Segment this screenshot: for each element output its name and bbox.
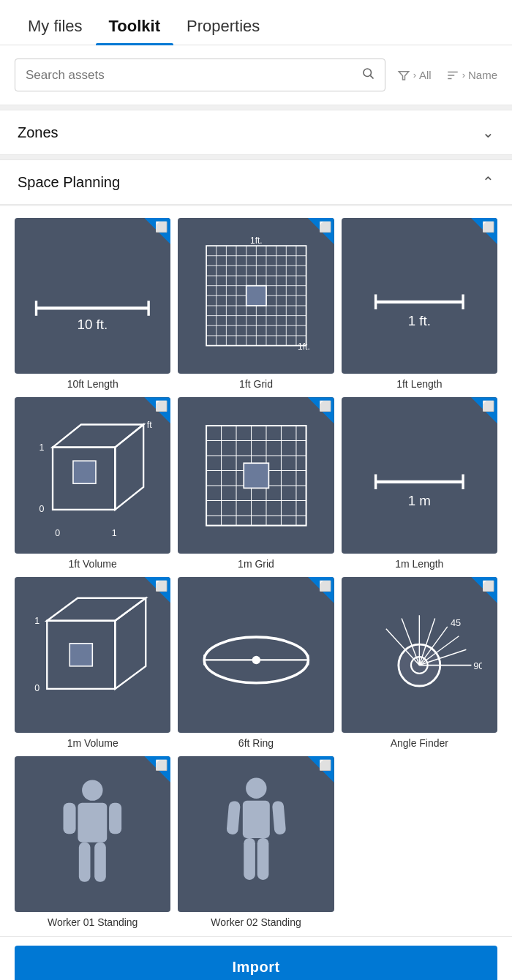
svg-rect-97 xyxy=(257,838,268,880)
asset-card-1m-grid[interactable]: ⬜ xyxy=(178,397,334,569)
cube-icon: ⬜ xyxy=(155,580,167,592)
filter-arrow: › xyxy=(413,69,416,80)
cube-icon: ⬜ xyxy=(155,400,167,412)
cube-icon: ⬜ xyxy=(482,400,494,412)
filter-group: › All › Name xyxy=(397,69,497,82)
asset-thumb-worker-01: ⬜ xyxy=(15,756,170,912)
svg-text:0: 0 xyxy=(39,504,45,514)
space-planning-title: Space Planning xyxy=(18,174,120,191)
svg-text:90: 90 xyxy=(473,660,481,671)
svg-rect-58 xyxy=(244,463,268,488)
svg-text:0: 0 xyxy=(55,527,60,538)
svg-rect-39 xyxy=(73,461,96,483)
svg-text:1ft.: 1ft. xyxy=(250,235,263,246)
asset-label-1ft-length: 1ft Length xyxy=(396,378,442,390)
svg-rect-91 xyxy=(95,843,107,882)
asset-label-6ft-ring: 6ft Ring xyxy=(238,737,274,749)
svg-rect-87 xyxy=(78,803,108,843)
svg-line-1 xyxy=(370,75,373,78)
asset-card-1ft-volume[interactable]: ⬜ 1 0 0 1 xyxy=(15,397,170,569)
svg-marker-38 xyxy=(116,424,144,509)
svg-rect-66 xyxy=(70,644,93,666)
tab-toolkit-label: Toolkit xyxy=(109,17,160,35)
import-bar: Import xyxy=(0,936,512,980)
asset-label-10ft-length: 10ft Length xyxy=(67,378,118,390)
tabs-bar: My files Toolkit Properties xyxy=(0,0,512,45)
svg-rect-89 xyxy=(109,803,121,834)
cube-icon: ⬜ xyxy=(319,400,331,412)
svg-point-92 xyxy=(246,778,266,799)
asset-label-worker-01: Worker 01 Standing xyxy=(48,916,138,928)
svg-text:1ft.: 1ft. xyxy=(298,342,310,352)
asset-card-1ft-length[interactable]: ⬜ 1 ft. 1ft Length xyxy=(342,218,497,390)
filter-button[interactable]: › All xyxy=(397,69,432,82)
svg-rect-95 xyxy=(271,801,286,835)
svg-point-71 xyxy=(252,656,260,664)
asset-card-1m-length[interactable]: ⬜ 1 m 1m Length xyxy=(342,397,497,569)
cube-icon: ⬜ xyxy=(155,759,167,771)
asset-card-10ft-length[interactable]: ⬜ 10 ft. 10ft Length xyxy=(15,218,170,390)
asset-label-1m-volume: 1m Volume xyxy=(67,737,118,749)
svg-point-0 xyxy=(364,69,372,77)
search-section: › All › Name xyxy=(0,45,512,105)
cube-icon: ⬜ xyxy=(319,759,331,771)
svg-rect-90 xyxy=(79,843,91,882)
cube-icon: ⬜ xyxy=(155,221,167,233)
tab-my-files[interactable]: My files xyxy=(15,17,96,45)
sort-arrow: › xyxy=(462,69,465,80)
zones-title: Zones xyxy=(18,124,59,141)
tab-properties[interactable]: Properties xyxy=(173,17,273,45)
cube-icon: ⬜ xyxy=(319,221,331,233)
asset-thumb-1ft-grid: ⬜ xyxy=(178,218,334,374)
svg-marker-65 xyxy=(116,598,146,689)
asset-card-1ft-grid[interactable]: ⬜ xyxy=(178,218,334,390)
svg-text:1: 1 xyxy=(35,616,40,626)
svg-text:ft: ft xyxy=(147,420,152,430)
asset-card-worker-01[interactable]: ⬜ Worker 01 Standing xyxy=(15,756,170,928)
svg-rect-96 xyxy=(244,838,255,880)
zones-section-header[interactable]: Zones ⌄ xyxy=(0,110,512,155)
tab-properties-label: Properties xyxy=(187,17,260,35)
cube-icon: ⬜ xyxy=(319,580,331,592)
svg-text:45: 45 xyxy=(451,617,461,627)
asset-label-1ft-volume: 1ft Volume xyxy=(69,558,117,570)
asset-grid-section: ⬜ 10 ft. 10ft Length ⬜ xyxy=(0,206,512,936)
main-content: › All › Name Zones ⌄ Space Planning ⌃ xyxy=(0,45,512,936)
asset-thumb-1ft-volume: ⬜ 1 0 0 1 xyxy=(15,397,170,553)
cube-icon: ⬜ xyxy=(482,580,494,592)
asset-card-angle-finder[interactable]: ⬜ 90 45 xyxy=(342,577,497,749)
zones-chevron: ⌄ xyxy=(482,124,494,141)
asset-thumb-1m-grid: ⬜ xyxy=(178,397,334,553)
svg-text:10 ft.: 10 ft. xyxy=(78,317,108,333)
svg-text:1: 1 xyxy=(39,442,45,453)
asset-label-1m-grid: 1m Grid xyxy=(238,558,274,570)
asset-label-angle-finder: Angle Finder xyxy=(391,737,448,749)
tab-toolkit[interactable]: Toolkit xyxy=(96,17,173,45)
sort-label: Name xyxy=(468,69,497,81)
asset-label-1m-length: 1m Length xyxy=(395,558,443,570)
asset-thumb-1m-volume: ⬜ 1 0 xyxy=(15,577,170,733)
svg-text:0: 0 xyxy=(35,683,40,693)
filter-label: All xyxy=(419,69,432,81)
svg-point-86 xyxy=(82,780,102,801)
import-button[interactable]: Import xyxy=(15,946,497,980)
space-planning-header[interactable]: Space Planning ⌃ xyxy=(0,159,512,205)
svg-rect-93 xyxy=(242,801,269,838)
svg-rect-94 xyxy=(226,801,241,835)
asset-thumb-angle-finder: ⬜ 90 45 xyxy=(342,577,497,733)
search-box[interactable] xyxy=(15,59,385,91)
search-input[interactable] xyxy=(26,68,361,83)
svg-text:1: 1 xyxy=(112,527,117,538)
svg-rect-88 xyxy=(64,803,76,834)
asset-label-1ft-grid: 1ft Grid xyxy=(239,378,273,390)
asset-label-worker-02: Worker 02 Standing xyxy=(211,916,301,928)
svg-rect-29 xyxy=(246,286,266,306)
sort-button[interactable]: › Name xyxy=(446,69,497,82)
svg-text:1 m: 1 m xyxy=(408,493,431,508)
asset-thumb-6ft-ring: ⬜ xyxy=(178,577,334,733)
asset-card-6ft-ring[interactable]: ⬜ 6ft Ring xyxy=(178,577,334,749)
asset-card-worker-02[interactable]: ⬜ Worker 02 Standing xyxy=(178,756,334,928)
asset-card-1m-volume[interactable]: ⬜ 1 0 1m Volume xyxy=(15,577,170,749)
svg-marker-2 xyxy=(399,71,409,79)
asset-thumb-1m-length: ⬜ 1 m xyxy=(342,397,497,553)
